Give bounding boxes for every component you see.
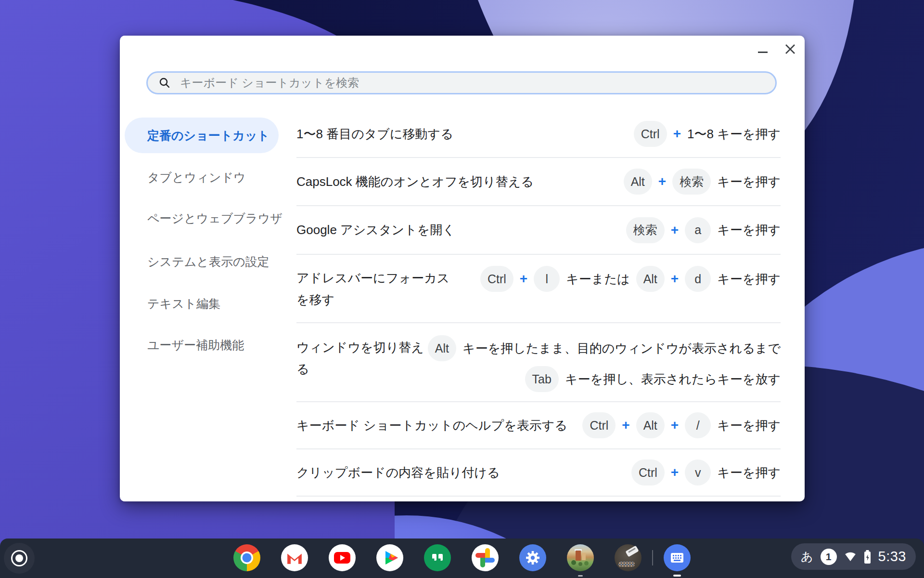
key-combo: Tabキーを押し、表示されたらキーを放す [525,366,781,392]
shortcut-description: CapsLock 機能のオンとオフを切り替える [296,173,534,190]
plus-separator: + [671,223,679,238]
plus-separator: + [671,418,679,433]
sidebar-item-label: ユーザー補助機能 [147,337,244,353]
key-combo: 検索+aキーを押す [626,217,781,243]
key-pill: Ctrl [582,412,616,438]
app-icon-play-store[interactable] [376,544,403,571]
shortcut-row: キーボード ショートカットのヘルプを表示するCtrl+Alt+/キーを押す [296,401,781,448]
launcher-icon [11,550,27,566]
plus-separator: + [658,174,666,189]
key-combo: Altキーを押したまま、目的のウィンドウが表示されるまで [428,335,781,361]
search-input[interactable] [180,76,775,90]
sidebar-item-label: テキスト編集 [147,296,220,312]
key-pill: Alt [428,335,456,361]
shortcut-row: CapsLock 機能のオンとオフを切り替えるAlt+検索キーを押す [296,157,781,205]
shortcut-description: ウィンドウを切り替える [296,337,424,380]
key-instruction-text: キーを押す [717,222,781,238]
shortcut-description: キーボード ショートカットのヘルプを表示する [296,417,567,434]
key-pill: 検索 [672,169,711,195]
key-pill: 検索 [626,217,665,243]
key-pill: Alt [636,266,665,292]
status-tray[interactable]: あ 1 5:33 [791,543,916,570]
minimize-button[interactable] [754,44,771,59]
key-pill: Alt [624,169,652,195]
sidebar-item[interactable]: 定番のショートカット [125,118,279,153]
key-combo-lines: Altキーを押したまま、目的のウィンドウが表示されるまでTabキーを押し、表示さ… [428,335,781,392]
key-pill: a [685,217,711,243]
app-icon-bus-game[interactable] [615,544,642,571]
clock: 5:33 [878,549,906,565]
sidebar-item-label: システムと表示の設定 [147,254,270,270]
shelf-divider [652,550,653,565]
key-instruction-text: 1〜8 キーを押す [687,126,781,143]
minimize-icon [758,52,768,53]
key-combo: Ctrl+vキーを押す [631,460,781,486]
app-icon-youtube[interactable] [329,544,356,571]
launcher-button[interactable] [4,543,35,574]
shortcut-description: Google アシスタントを開く [296,222,455,238]
keyboard-shortcuts-dialog: 定番のショートカットタブとウィンドウページとウェブブラウザシステムと表示の設定テ… [120,36,805,501]
plus-separator: + [622,418,629,433]
app-icon-city-game[interactable] [567,544,594,571]
sidebar-item[interactable]: ページとウェブブラウザ [125,200,282,236]
app-icon-chrome[interactable] [233,544,260,571]
key-pill: d [685,266,711,292]
app-icon-settings[interactable] [519,544,546,571]
shortcut-description: クリップボードの内容を貼り付ける [296,464,500,481]
key-pill: Tab [525,366,559,392]
key-combo: Ctrl+1〜8 キーを押す [634,121,781,147]
key-instruction-text: キーを押したまま、目的のウィンドウが表示されるまで [462,340,781,357]
plus-separator: + [673,126,681,142]
key-combo: Alt+検索キーを押す [624,169,781,195]
sidebar-item[interactable]: ユーザー補助機能 [125,327,244,363]
key-instruction-text: キーを押す [717,271,781,288]
battery-charging-icon [864,550,871,564]
close-icon [784,43,796,55]
app-icon-keyboard-shortcuts[interactable] [664,544,691,571]
plus-separator: + [671,465,679,480]
sidebar-item-label: 定番のショートカット [147,128,270,144]
sidebar-item-label: ページとウェブブラウザ [147,210,282,226]
key-pill: Ctrl [634,121,667,147]
key-instruction-text: キーまたは [566,271,629,288]
key-instruction-text: キーを押し、表示されたらキーを放す [565,371,781,388]
key-pill: Ctrl [631,460,665,486]
shortcut-row: Google アシスタントを開く検索+aキーを押す [296,205,781,254]
app-icon-google-photos[interactable] [472,544,499,571]
shortcut-description: 1〜8 番目のタブに移動する [296,126,453,143]
key-pill: l [534,266,560,292]
key-instruction-text: キーを押す [717,464,781,481]
shortcut-row: クリップボードの内容を貼り付けるCtrl+vキーを押す [296,448,781,497]
plus-separator: + [671,271,679,287]
shortcut-row: アドレスバーにフォーカスを移すCtrl+lキーまたはAlt+dキーを押す [296,254,781,322]
search-bar [146,71,777,94]
shelf-apps [233,544,691,571]
key-pill: Ctrl [480,266,513,292]
shortcut-row: ウィンドウを切り替えるAltキーを押したまま、目的のウィンドウが表示されるまでT… [296,322,781,401]
shelf: あ 1 5:33 [0,539,924,578]
key-pill: / [685,412,711,438]
app-icon-gmail[interactable] [281,544,308,571]
key-instruction-text: キーを押す [717,173,781,190]
sidebar-item[interactable]: テキスト編集 [125,286,220,321]
notification-counter: 1 [821,549,837,565]
sidebar-item-label: タブとウィンドウ [147,170,246,185]
key-instruction-text: キーを押す [717,417,781,434]
key-combo: Ctrl+Alt+/キーを押す [582,412,781,438]
key-combo: Ctrl+lキーまたはAlt+dキーを押す [480,266,781,292]
running-indicator [673,575,681,577]
key-pill: Alt [636,412,665,438]
search-icon [159,77,170,89]
wifi-icon [844,552,857,562]
close-button[interactable] [782,42,798,57]
app-icon-hangouts[interactable] [424,544,451,571]
sidebar-item[interactable]: システムと表示の設定 [125,244,270,279]
key-pill: v [685,460,711,486]
sidebar-item[interactable]: タブとウィンドウ [125,159,246,195]
plus-separator: + [520,271,527,287]
ime-indicator: あ [801,549,813,565]
running-indicator [578,575,583,577]
shortcut-description: アドレスバーにフォーカスを移す [296,267,461,311]
shortcut-row: 1〜8 番目のタブに移動するCtrl+1〜8 キーを押す [296,111,781,157]
